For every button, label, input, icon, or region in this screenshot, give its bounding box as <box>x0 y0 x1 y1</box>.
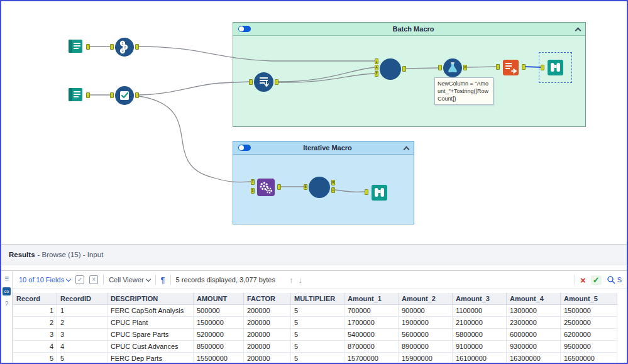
iterative-macro-tool[interactable] <box>256 177 276 197</box>
table-cell[interactable]: 9100000 <box>453 340 507 352</box>
table-cell[interactable]: 5 <box>291 340 344 352</box>
table-cell[interactable]: 1900000 <box>399 316 453 328</box>
table-cell[interactable]: 2500000 <box>561 316 617 328</box>
input-anchor[interactable] <box>110 44 114 50</box>
table-cell[interactable]: 16300000 <box>507 352 561 363</box>
table-cell[interactable]: 900000 <box>399 304 453 316</box>
column-header[interactable]: Amount_3 <box>453 293 507 304</box>
table-cell[interactable]: 5 <box>291 304 344 316</box>
input-anchor[interactable]: S <box>251 188 255 194</box>
table-cell[interactable]: 5 <box>13 352 57 363</box>
table-cell[interactable]: 700000 <box>344 304 399 316</box>
table-cell[interactable]: 5200000 <box>194 328 244 340</box>
input-anchor[interactable]: ¿ <box>375 58 378 64</box>
table-cell[interactable]: 9500000 <box>561 340 617 352</box>
cancel-button[interactable]: × <box>580 275 586 285</box>
table-cell[interactable]: 200000 <box>244 340 291 352</box>
help-icon[interactable]: ? <box>5 301 9 307</box>
table-cell[interactable]: 15900000 <box>399 352 453 363</box>
table-cell[interactable]: 6000000 <box>507 328 561 340</box>
table-cell[interactable]: 8900000 <box>399 340 453 352</box>
cell-viewer-dropdown[interactable]: Cell Viewer <box>109 276 150 284</box>
column-header[interactable]: FACTOR <box>244 293 291 304</box>
table-cell[interactable]: 200000 <box>244 352 291 363</box>
table-cell[interactable]: 1500000 <box>194 316 244 328</box>
column-header[interactable]: RecordID <box>57 293 107 304</box>
input-anchor[interactable] <box>110 92 114 98</box>
table-cell[interactable]: 5800000 <box>453 328 507 340</box>
table-cell[interactable]: 500000 <box>194 304 244 316</box>
recordid-tool[interactable]: 1 2 3 <box>115 38 134 57</box>
table-cell[interactable]: 2300000 <box>507 316 561 328</box>
table-cell[interactable]: 15500000 <box>194 352 244 363</box>
input-anchor[interactable]: F <box>375 71 378 77</box>
output-anchor[interactable] <box>402 66 406 72</box>
table-cell[interactable]: 5 <box>291 316 344 328</box>
table-cell[interactable]: 15700000 <box>344 352 399 363</box>
output-anchor[interactable] <box>86 44 90 50</box>
workflow-canvas[interactable]: Batch Macro Iterative Macro <box>1 1 627 244</box>
input-data-tool-2[interactable] <box>66 85 85 104</box>
input-anchor[interactable] <box>365 189 368 195</box>
table-cell[interactable]: 1100000 <box>453 304 507 316</box>
table-cell[interactable]: 8700000 <box>344 340 399 352</box>
apply-button[interactable]: ✓ <box>591 275 602 285</box>
column-header[interactable]: Amount_1 <box>344 293 399 304</box>
table-cell[interactable]: 16100000 <box>453 352 507 363</box>
connection-wire[interactable] <box>139 47 375 61</box>
select-all-button[interactable]: ✓ <box>75 275 84 284</box>
table-cell[interactable]: 1 <box>57 304 107 316</box>
column-header[interactable]: Amount_2 <box>399 293 453 304</box>
input-data-tool-1[interactable] <box>66 37 85 56</box>
connection-wire[interactable] <box>467 67 496 67</box>
table-cell[interactable]: 16500000 <box>561 352 617 363</box>
input-anchor[interactable] <box>249 79 253 85</box>
output-anchor[interactable] <box>86 92 90 98</box>
table-cell[interactable]: FERC CapSoft Analysis <box>107 304 194 316</box>
table-cell[interactable]: 200000 <box>244 328 291 340</box>
connection-badge[interactable]: co <box>3 287 11 295</box>
input-anchor[interactable] <box>438 65 442 70</box>
batch-macro-tool[interactable] <box>380 58 401 80</box>
select-tool[interactable] <box>115 86 134 105</box>
fields-dropdown[interactable]: 10 of 10 Fields <box>19 276 70 284</box>
table-cell[interactable]: 1300000 <box>507 304 561 316</box>
table-cell[interactable]: 2 <box>57 316 107 328</box>
tool-annotation[interactable]: NewColumn = "Amount_"+Tostring([RowCount… <box>434 77 493 105</box>
column-header[interactable]: Amount_4 <box>507 293 561 304</box>
input-anchor[interactable]: T <box>251 179 255 185</box>
browse-tool-1[interactable] <box>546 58 565 77</box>
output-anchor[interactable] <box>135 44 139 50</box>
table-cell[interactable]: CPUC Plant <box>107 316 194 328</box>
table-cell[interactable]: 6200000 <box>561 328 617 340</box>
input-anchor[interactable]: A <box>375 65 378 70</box>
table-cell[interactable]: 5 <box>291 328 344 340</box>
output-data-tool[interactable] <box>501 58 521 77</box>
output-anchor[interactable] <box>135 92 139 98</box>
search-button[interactable]: S <box>607 275 622 284</box>
connection-wire[interactable] <box>139 82 249 95</box>
deselect-all-button[interactable]: × <box>89 275 98 284</box>
table-cell[interactable]: 5600000 <box>399 328 453 340</box>
output-anchor[interactable]: F <box>331 187 335 193</box>
column-header[interactable]: DESCRIPTION <box>107 293 194 304</box>
table-cell[interactable]: 1700000 <box>344 316 399 328</box>
column-header[interactable]: Amount_5 <box>561 293 617 304</box>
table-cell[interactable]: 3 <box>57 328 107 340</box>
move-down-button[interactable]: ↓ <box>298 275 302 285</box>
table-cell[interactable]: 8500000 <box>194 340 244 352</box>
column-header[interactable]: Record <box>13 293 57 304</box>
table-cell[interactable]: 200000 <box>244 316 291 328</box>
table-cell[interactable]: 4 <box>13 340 57 352</box>
input-anchor[interactable]: B <box>304 184 307 190</box>
table-cell[interactable]: 2100000 <box>453 316 507 328</box>
input-anchor[interactable] <box>496 64 500 70</box>
table-cell[interactable]: CPUC Cust Advances <box>107 340 194 352</box>
connection-wire[interactable] <box>139 96 251 182</box>
table-cell[interactable]: FERC Dep Parts <box>107 352 194 363</box>
table-cell[interactable]: 5 <box>57 352 107 363</box>
table-cell[interactable]: 1 <box>13 304 57 316</box>
table-cell[interactable]: 200000 <box>244 304 291 316</box>
table-cell[interactable]: CPUC Spare Parts <box>107 328 194 340</box>
table-cell[interactable]: 3 <box>13 328 57 340</box>
